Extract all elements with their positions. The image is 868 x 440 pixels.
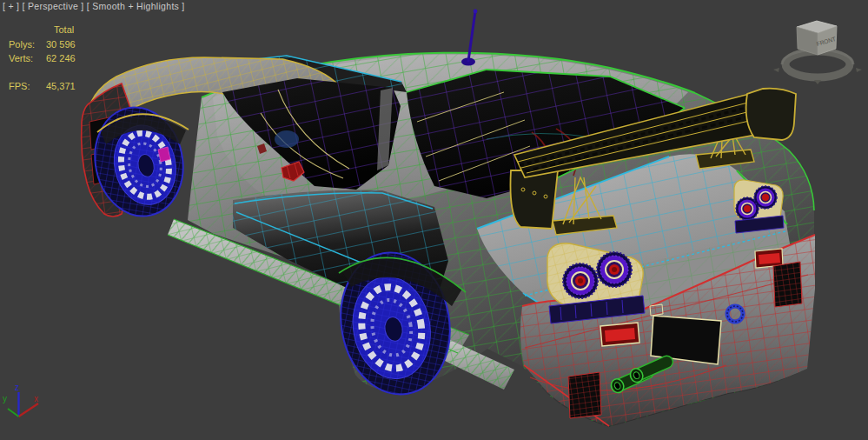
axis-y-label: y bbox=[3, 394, 7, 403]
stats-polys-row: Polys: 30 596 bbox=[9, 37, 76, 52]
car-model[interactable] bbox=[82, 10, 815, 427]
fps-label: FPS: bbox=[9, 79, 37, 94]
viewport-label[interactable]: [ + ] [ Perspective ] [ Smooth + Highlig… bbox=[3, 1, 185, 11]
bumper-vent-left bbox=[568, 372, 601, 418]
stats-fps-row: FPS: 45,371 bbox=[9, 79, 76, 94]
wing-endplate-right bbox=[746, 89, 796, 140]
side-marker-lamp bbox=[158, 147, 170, 162]
bumper-reflector-left bbox=[600, 323, 639, 346]
stats-header-row: Total bbox=[9, 23, 76, 37]
bumper-vent-right bbox=[773, 262, 802, 307]
axis-gizmo: z x y bbox=[3, 383, 38, 417]
tail-light-lamp bbox=[597, 252, 632, 287]
viewcube[interactable]: FRONT bbox=[773, 21, 862, 84]
polys-value: 30 596 bbox=[46, 37, 76, 52]
verts-label: Verts: bbox=[9, 51, 37, 66]
tail-light-lamp bbox=[754, 186, 777, 209]
stats-overlay: Total Polys: 30 596 Verts: 62 246 FPS: 4… bbox=[9, 23, 76, 93]
polys-label: Polys: bbox=[9, 37, 37, 52]
tail-light-lamp bbox=[563, 263, 598, 298]
stats-spacer bbox=[9, 23, 37, 37]
tail-lights-right bbox=[734, 180, 784, 233]
viewcube-ring[interactable] bbox=[785, 51, 850, 77]
stats-verts-row: Verts: 62 246 bbox=[9, 51, 76, 66]
viewcube-cube[interactable]: FRONT bbox=[797, 21, 837, 55]
axis-z-label: z bbox=[15, 383, 19, 392]
axis-x-label: x bbox=[34, 394, 38, 403]
fps-value: 45,371 bbox=[46, 79, 76, 94]
interior-seat-glimpse bbox=[275, 130, 299, 148]
verts-value: 62 246 bbox=[46, 51, 76, 66]
wing-endplate-left bbox=[510, 170, 558, 229]
stats-total-header: Total bbox=[54, 23, 74, 37]
3d-viewport[interactable]: z x y FRONT [ + ] [ Perspective ] [ Smoo… bbox=[0, 0, 868, 440]
viewport-canvas[interactable]: z x y FRONT bbox=[0, 0, 868, 440]
